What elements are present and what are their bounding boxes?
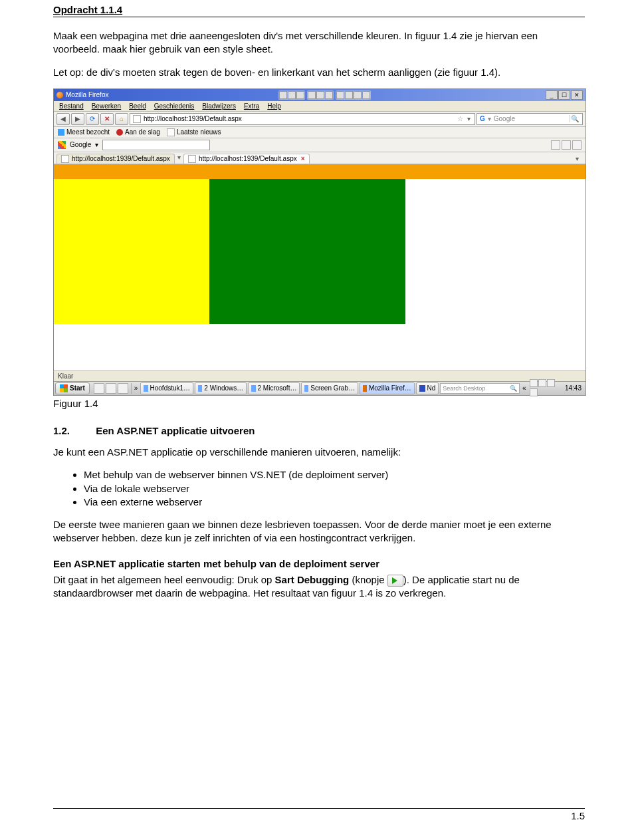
browser-window: Mozilla Firefox _ ☐ ✕ Bestand Bewerken B… [53, 88, 586, 396]
most-visited-icon [58, 129, 64, 136]
tab-2-active[interactable]: http://localhost:1939/Default.aspx× [183, 154, 310, 164]
latest-news-link[interactable]: Laatste nieuws [167, 128, 221, 136]
menu-history[interactable]: Geschiedenis [154, 102, 195, 110]
close-button[interactable]: ✕ [571, 90, 583, 100]
white-space-below [54, 324, 585, 370]
section-paragraph: De eerste twee manieren gaan we binnen d… [53, 518, 585, 545]
intro-paragraph-2: Let op: de div's moeten strak tegen de b… [53, 66, 585, 79]
google-toolbar-input[interactable] [102, 140, 210, 150]
list-item: Via een externe webserver [84, 495, 585, 509]
system-tray: Search Desktop🔍 « 14:43 [440, 379, 584, 398]
getting-started-icon [116, 129, 123, 136]
firefox-icon [56, 92, 63, 98]
intro-paragraph-1: Maak een webpagina met drie aaneengeslot… [53, 29, 585, 57]
google-toolbar: Google▾ [54, 138, 585, 152]
tab-list-dropdown-icon[interactable]: ▾ [572, 154, 583, 164]
figure-caption: Figuur 1.4 [53, 397, 585, 410]
windows-logo-icon [60, 384, 68, 392]
windows-taskbar: Start » Hoofdstuk1… 2 Windows… 2 Microso… [54, 381, 585, 395]
start-debugging-paragraph: Dit gaat in het algemeen heel eenvoudig:… [53, 573, 585, 601]
menu-file[interactable]: Bestand [59, 102, 84, 110]
page-number: 1.5 [571, 810, 585, 821]
getting-started-link[interactable]: Aan de slag [116, 128, 160, 136]
home-button[interactable]: ⌂ [115, 113, 128, 125]
stop-button[interactable]: ✕ [100, 113, 114, 125]
page-viewport [54, 164, 585, 370]
task-button[interactable]: 2 Windows… [195, 382, 247, 394]
page-header: Opdracht 1.1.4 [53, 0, 585, 17]
url-dropdown-icon[interactable]: ▾ [466, 115, 472, 122]
url-text: http://localhost:1939/Default.aspx [144, 115, 242, 122]
page-icon [188, 155, 196, 163]
search-icon[interactable]: 🔍 [570, 115, 580, 122]
menu-tools[interactable]: Extra [244, 102, 259, 110]
menu-edit[interactable]: Bewerken [92, 102, 121, 110]
tab-1[interactable]: http://localhost:1939/Default.aspx [56, 154, 175, 164]
search-box[interactable]: G▾ Google 🔍 [477, 113, 583, 125]
titlebar-extra-icons [278, 90, 371, 100]
search-placeholder: Google [494, 115, 515, 122]
most-visited-link[interactable]: Meest bezocht [58, 128, 110, 136]
task-button[interactable]: Nd [416, 382, 439, 394]
menu-view[interactable]: Beeld [129, 102, 146, 110]
window-title: Mozilla Firefox [66, 91, 108, 98]
div-orange [54, 164, 585, 179]
window-titlebar: Mozilla Firefox _ ☐ ✕ [54, 89, 585, 101]
tab-strip: http://localhost:1939/Default.aspx ▾ htt… [54, 152, 585, 164]
list-item: Via de lokale webserver [84, 482, 585, 495]
quick-launch [91, 383, 132, 394]
maximize-button[interactable]: ☐ [558, 90, 570, 100]
google-icon: G [480, 115, 485, 122]
address-bar[interactable]: http://localhost:1939/Default.aspx ☆ ▾ [130, 113, 475, 125]
search-icon[interactable]: 🔍 [510, 385, 517, 392]
div-green [209, 179, 405, 324]
start-debugging-icon [387, 575, 403, 587]
forward-button[interactable]: ▶ [71, 113, 84, 125]
run-methods-list: Met behulp van de webserver binnen VS.NE… [53, 468, 585, 509]
google-logo-icon [58, 141, 66, 149]
page-icon [133, 115, 141, 123]
status-text: Klaar [58, 372, 73, 380]
tray-expand-icon[interactable]: « [521, 384, 528, 392]
task-button-active[interactable]: Mozilla Firef… [360, 382, 415, 394]
clock: 14:43 [562, 384, 584, 392]
bookmark-star-icon[interactable]: ☆ [457, 115, 463, 122]
subheading: Een ASP.NET applicatie starten met behul… [53, 557, 585, 571]
page-icon [61, 155, 69, 163]
ql-expand-icon[interactable]: » [133, 384, 140, 392]
section-intro: Je kunt een ASP.NET applicatie op versch… [53, 446, 585, 459]
start-button[interactable]: Start [55, 382, 90, 394]
ql-icon[interactable] [94, 383, 104, 394]
navigation-toolbar: ◀ ▶ ⟳ ✕ ⌂ http://localhost:1939/Default.… [54, 112, 585, 127]
assignment-title: Opdracht 1.1.4 [53, 4, 122, 15]
menu-bar: Bestand Bewerken Beeld Geschiedenis Blad… [54, 101, 585, 112]
figure-1-4: Mozilla Firefox _ ☐ ✕ Bestand Bewerken B… [53, 88, 585, 396]
google-toolbar-buttons [551, 140, 582, 150]
section-number: 1.2. [53, 425, 93, 436]
task-button[interactable]: 2 Microsoft… [248, 382, 300, 394]
section-title: Een ASP.NET applicatie uitvoeren [96, 425, 255, 436]
task-button[interactable]: Hoofdstuk1… [140, 382, 193, 394]
list-item: Met behulp van de webserver binnen VS.NE… [84, 468, 585, 482]
menu-bookmarks[interactable]: Bladwijzers [202, 102, 236, 110]
google-toolbar-label: Google [70, 141, 91, 148]
div-yellow [54, 179, 209, 324]
page-footer: 1.5 [53, 808, 585, 821]
close-tab-icon[interactable]: × [301, 155, 305, 162]
task-button[interactable]: Screen Grab… [301, 382, 358, 394]
menu-help[interactable]: Help [267, 102, 281, 110]
back-button[interactable]: ◀ [56, 113, 70, 125]
minimize-button[interactable]: _ [546, 90, 558, 100]
tab-dropdown-icon[interactable]: ▾ [175, 154, 183, 164]
reload-button[interactable]: ⟳ [86, 113, 99, 125]
news-icon [167, 128, 175, 136]
ql-icon[interactable] [118, 383, 128, 394]
tray-icons [529, 379, 561, 398]
ql-icon[interactable] [106, 383, 116, 394]
search-desktop-input[interactable]: Search Desktop🔍 [440, 383, 520, 394]
bookmarks-toolbar: Meest bezocht Aan de slag Laatste nieuws [54, 127, 585, 138]
section-heading: 1.2. Een ASP.NET applicatie uitvoeren [53, 425, 585, 436]
